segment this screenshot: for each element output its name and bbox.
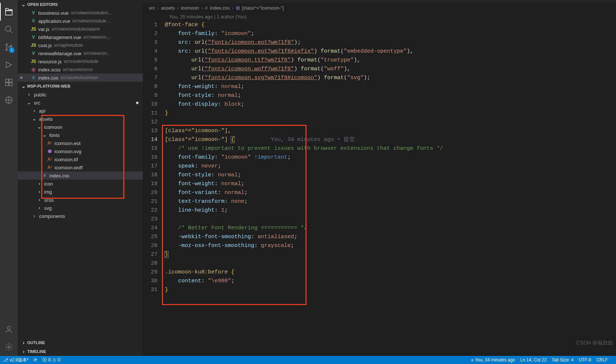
code-line[interactable]: url("fonts/icomoon.woff?wm71f6") format(… [165,65,612,74]
code-editor[interactable]: 1234567891011121314151617181920212223242… [143,21,616,356]
file-icon: JS [30,26,37,32]
code-line[interactable]: /* Better Font Rendering =========== */ [165,224,612,233]
svg-point-0 [6,26,11,31]
tree-item[interactable]: ⌄src● [18,99,143,107]
chevron-down-icon: ⌄ [21,83,26,89]
tab-size[interactable]: Tab Size: 4 [552,357,573,363]
open-editor-item[interactable]: Vbussiness.vuesrc\views\modules\... [18,9,143,17]
open-editor-item[interactable]: JScost.jssrc\api\module [18,41,143,49]
code-line[interactable] [165,215,612,224]
settings-gear-icon[interactable] [0,338,18,356]
code-line[interactable]: src: url("fonts/icomoon.eot?wm71f6#iefix… [165,47,612,56]
codelens-author[interactable]: You, 35 minutes ago | 1 author (You) [143,13,616,21]
run-debug-icon[interactable] [0,56,18,74]
breadcrumb[interactable]: src› assets› icomoon› # index.css› ⊞ [cl… [143,3,616,13]
code-line[interactable]: [class^="icomoon-"], [165,127,612,135]
file-name: cost.js [38,43,52,48]
tabs-bar[interactable] [143,0,616,3]
code-line[interactable]: -moz-osx-font-smoothing: grayscale; [165,241,612,250]
code-line[interactable]: font-display: block; [165,100,612,109]
source-control-icon[interactable]: 1 [0,38,18,56]
explorer-icon[interactable] [0,3,18,21]
file-name: renewalManage.vue [38,51,81,56]
person-icon: ⍟ [471,357,474,363]
open-editors-list: Vbussiness.vuesrc\views\modules\...Vappl… [18,9,143,82]
code-line[interactable]: font-weight: normal; [165,82,612,91]
code-line[interactable]: -webkit-font-smoothing: antialiased; [165,233,612,241]
cursor-position[interactable]: Ln 14, Col 22 [520,357,546,363]
open-editor-item[interactable]: ×#index.csssrc\assets\icomoon [18,74,143,82]
sync-button[interactable]: ⟳ [33,357,37,363]
file-icon: V [30,18,37,24]
account-icon[interactable] [0,321,18,338]
code-line[interactable]: font-weight: normal; [165,180,612,188]
code-line[interactable] [165,259,612,268]
chevron-down-icon: ⌄ [21,1,26,7]
open-editors-header[interactable]: ⌄ OPEN EDITORS [18,0,143,9]
git-blame[interactable]: ⍟ You, 34 minutes ago [471,357,515,363]
tree-item[interactable]: A¹icomoon.woff [18,163,143,172]
eol[interactable]: CRLF [596,357,608,363]
tree-item-label: fonts [49,132,60,138]
open-editor-item[interactable]: VbillManagement.vuesrc\views\m... [18,33,143,41]
code-line[interactable] [165,118,612,127]
code-line[interactable]: src: url("fonts/icomoon.eot?wm71f6"); [165,38,612,47]
code-line[interactable]: /* use !important to prevent issues with… [165,144,612,153]
open-editor-item[interactable]: JSresource.jssrc\router\module [18,57,143,66]
code-line[interactable]: } [165,286,612,294]
code-lines[interactable]: @font-face { font-family: "icomoon"; src… [165,21,612,356]
minimap[interactable] [612,21,616,356]
code-line[interactable]: font-variant: normal; [165,188,612,197]
tree-item-label: icomoon [44,124,62,130]
tree-item[interactable]: ⬢icomoon.svg [18,147,143,155]
remote-icon[interactable] [0,91,18,109]
file-icon: A¹ [46,165,53,170]
tree-item[interactable]: ⌄assets [18,115,143,123]
project-header[interactable]: ⌄ MSP-PLATFORM-WEB [18,82,143,91]
search-icon[interactable] [0,21,18,38]
code-line[interactable]: .icomoon-ku8:before { [165,268,612,277]
open-editor-item[interactable]: фindex.scsssrc\assets\scss [18,66,143,74]
tree-item[interactable]: ›scss [18,196,143,204]
open-editor-item[interactable]: JSvar.jssrc\views\modules\alarm [18,25,143,33]
timeline-header[interactable]: › TIMELINE [18,347,143,356]
problems[interactable]: ⓧ0 ⚠0 [42,357,60,363]
outline-header[interactable]: › OUTLINE [18,338,143,347]
tree-item[interactable]: ›svg [18,204,143,212]
code-line[interactable]: url("fonts/icomoon.svg?wm71f6#icomoon") … [165,74,612,82]
open-editor-item[interactable]: VrenewalManage.vuesrc\views\m... [18,49,143,57]
tree-item[interactable]: ›img [18,188,143,196]
file-name: index.scss [38,67,61,73]
tree-item[interactable]: ›api [18,107,143,115]
git-branch[interactable]: ⎇ v2.9版本* [3,357,28,363]
tree-item[interactable]: A¹icomoon.ttf [18,155,143,163]
tree-item[interactable]: ›public [18,91,143,99]
code-line[interactable]: font-family: "icomoon"; [165,29,612,38]
code-line[interactable]: font-style: normal; [165,91,612,100]
open-editor-item[interactable]: Vapplication.vuesrc\views\module... [18,17,143,25]
code-line[interactable]: font-style: normal; [165,171,612,180]
tree-item[interactable]: #index.css [18,172,143,180]
code-line[interactable]: url("fonts/icomoon.ttf?wm71f6") format("… [165,56,612,65]
tree-item[interactable]: A¹icomoon.eot [18,139,143,147]
close-icon[interactable]: × [18,75,25,81]
code-line[interactable]: } [165,250,612,259]
tree-item[interactable]: ›components [18,212,143,220]
code-line[interactable]: content: "\e900"; [165,277,612,286]
code-line[interactable]: speak: never; [165,162,612,171]
file-icon: ⬢ [46,149,53,154]
tree-item[interactable]: ›icon [18,180,143,188]
tree-item[interactable]: ⌄fonts [18,131,143,139]
chevron-icon: ⌄ [31,116,38,121]
code-line[interactable]: [class*="icomoon-"] { You, 34 minutes ag… [165,135,612,144]
tree-item[interactable]: ⌄icomoon [18,123,143,131]
file-icon: A¹ [46,141,53,146]
extensions-icon[interactable] [0,74,18,91]
code-line[interactable]: line-height: 1; [165,206,612,215]
code-line[interactable]: @font-face { [165,21,612,29]
code-line[interactable]: font-family: "icomoon" !important; [165,153,612,162]
code-line[interactable]: text-transform: none; [165,197,612,206]
code-line[interactable]: } [165,109,612,118]
encoding[interactable]: UTF-8 [579,357,591,363]
file-icon: # [41,173,48,178]
